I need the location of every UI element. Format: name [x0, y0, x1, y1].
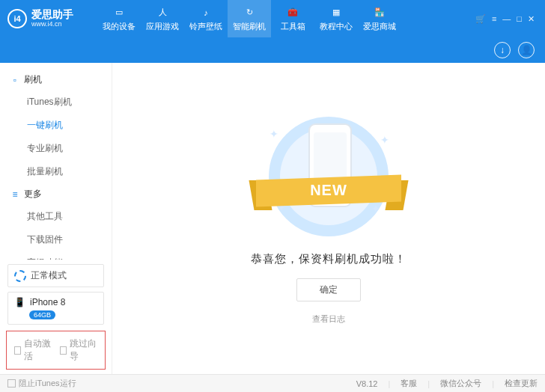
user-icon: 👤	[521, 45, 532, 55]
nav-toolbox[interactable]: 🧰工具箱	[271, 0, 314, 37]
mode-icon	[14, 270, 26, 282]
success-message: 恭喜您，保资料刷机成功啦！	[251, 252, 407, 266]
ok-button[interactable]: 确定	[296, 278, 361, 301]
status-bar: 阻止iTunes运行 V8.12 | 客服 | 微信公众号 | 检查更新	[0, 374, 545, 392]
mode-label: 正常模式	[31, 269, 67, 282]
storage-badge: 64GB	[29, 310, 55, 319]
nav-ringtones[interactable]: ♪铃声壁纸	[184, 0, 228, 37]
top-nav: ▭我的设备 人应用游戏 ♪铃声壁纸 ↻智能刷机 🧰工具箱 ▦教程中心 🏪爱思商城	[97, 0, 475, 37]
support-link[interactable]: 客服	[401, 378, 417, 389]
close-icon[interactable]: ✕	[528, 14, 535, 24]
nav-apps-games[interactable]: 人应用游戏	[141, 0, 184, 37]
check-update-link[interactable]: 检查更新	[505, 378, 538, 389]
sidebar-item-other-tools[interactable]: 其他工具	[0, 205, 112, 228]
device-indicator[interactable]: 📱iPhone 8 64GB	[7, 292, 104, 325]
logo-icon: i4	[7, 9, 27, 28]
nav-my-device[interactable]: ▭我的设备	[97, 0, 141, 37]
sidebar-item-download-firmware[interactable]: 下载固件	[0, 228, 112, 251]
sidebar-item-itunes-flash[interactable]: iTunes刷机	[0, 91, 112, 114]
store-icon: 🏪	[373, 6, 386, 19]
sidebar-item-pro-flash[interactable]: 专业刷机	[0, 137, 112, 160]
phone-icon: 📱	[14, 297, 25, 307]
ribbon-text: NEW	[256, 177, 401, 204]
main-panel: ✦✦✦✦ NEW 恭喜您，保资料刷机成功啦！ 确定 查看日志	[112, 63, 545, 374]
options-row: 自动激活 跳过向导	[6, 331, 106, 370]
app-url: www.i4.cn	[31, 21, 73, 28]
sidebar: ▫刷机 iTunes刷机 一键刷机 专业刷机 批量刷机 ≡更多 其他工具 下载固…	[0, 63, 112, 374]
menu-icon[interactable]: ≡	[492, 14, 496, 23]
app-logo: i4 爱思助手 www.i4.cn	[7, 9, 97, 28]
nav-tutorials[interactable]: ▦教程中心	[314, 0, 358, 37]
sidebar-item-one-click-flash[interactable]: 一键刷机	[0, 114, 112, 137]
download-button[interactable]: ↓	[494, 42, 511, 58]
ringtone-icon: ♪	[199, 6, 213, 19]
mode-indicator[interactable]: 正常模式	[7, 264, 104, 287]
cart-icon[interactable]: 🛒	[475, 14, 486, 24]
checkbox-auto-activate[interactable]: 自动激活	[14, 337, 52, 363]
sidebar-group-more: ≡更多	[0, 183, 112, 205]
tutorial-icon: ▦	[329, 6, 343, 19]
window-controls: 🛒 ≡ — □ ✕	[475, 14, 538, 24]
apps-icon: 人	[156, 6, 169, 19]
flash-icon: ↻	[243, 6, 256, 19]
sidebar-item-advanced[interactable]: 高级功能	[0, 251, 112, 260]
download-icon: ↓	[500, 45, 505, 55]
view-log-link[interactable]: 查看日志	[312, 313, 345, 325]
user-button[interactable]: 👤	[518, 42, 535, 58]
checkbox-skip-guide[interactable]: 跳过向导	[60, 337, 98, 363]
nav-store[interactable]: 🏪爱思商城	[358, 0, 401, 37]
maximize-icon[interactable]: □	[517, 14, 522, 23]
toolbox-icon: 🧰	[286, 6, 299, 19]
device-name: iPhone 8	[30, 297, 65, 307]
user-bar: ↓ 👤	[0, 37, 545, 63]
title-bar: i4 爱思助手 www.i4.cn ▭我的设备 人应用游戏 ♪铃声壁纸 ↻智能刷…	[0, 0, 545, 37]
group-icon: ▫	[10, 75, 19, 85]
wechat-link[interactable]: 微信公众号	[440, 378, 481, 389]
success-illustration: ✦✦✦✦ NEW	[250, 113, 407, 240]
app-name: 爱思助手	[31, 9, 73, 20]
version-label: V8.12	[356, 379, 378, 388]
minimize-icon[interactable]: —	[502, 14, 511, 23]
sidebar-group-flash: ▫刷机	[0, 69, 112, 91]
nav-smart-flash[interactable]: ↻智能刷机	[228, 0, 271, 37]
sidebar-item-batch-flash[interactable]: 批量刷机	[0, 160, 112, 183]
group-icon: ≡	[10, 189, 19, 200]
ribbon: NEW	[256, 177, 401, 204]
checkbox-stop-itunes[interactable]: 阻止iTunes运行	[7, 378, 76, 389]
device-icon: ▭	[112, 6, 126, 19]
